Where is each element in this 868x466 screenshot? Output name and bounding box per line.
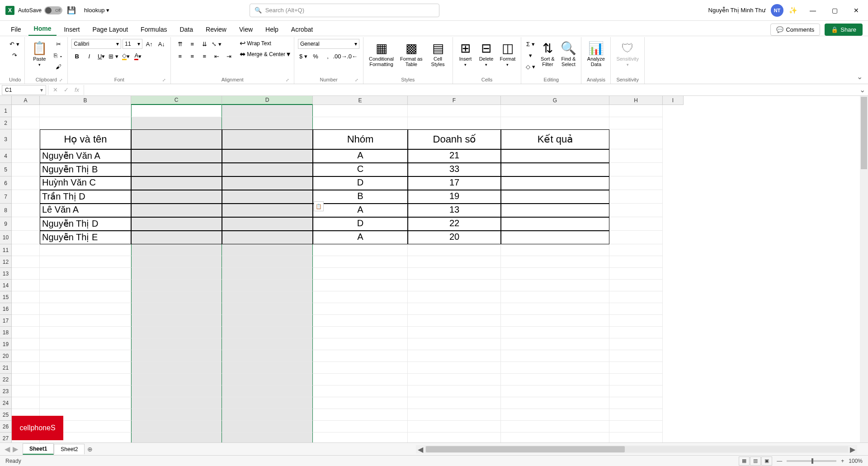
cell[interactable] — [609, 350, 663, 362]
row-header[interactable]: 24 — [0, 397, 12, 409]
cell[interactable] — [408, 105, 501, 117]
cell[interactable] — [501, 105, 609, 117]
align-middle-button[interactable]: ≡ — [187, 39, 198, 49]
cell[interactable] — [609, 397, 663, 409]
alignment-launcher-icon[interactable]: ⤢ — [286, 78, 289, 82]
font-color-button[interactable]: A ▾ — [132, 51, 143, 61]
cell[interactable] — [40, 327, 131, 338]
cell[interactable] — [609, 327, 663, 338]
cell[interactable] — [609, 190, 663, 204]
cell[interactable] — [313, 421, 408, 433]
header-result[interactable]: Kết quả — [501, 129, 609, 149]
data-cell[interactable] — [501, 190, 609, 204]
cell[interactable] — [40, 350, 131, 362]
row-header[interactable]: 4 — [0, 149, 12, 163]
cell[interactable] — [222, 362, 313, 374]
data-cell[interactable] — [131, 204, 222, 217]
tab-page-layout[interactable]: Page Layout — [87, 23, 133, 36]
cell[interactable] — [313, 338, 408, 350]
cell[interactable] — [501, 244, 609, 256]
cell[interactable] — [313, 117, 408, 129]
cell[interactable] — [12, 204, 40, 217]
decrease-font-button[interactable]: A↓ — [156, 39, 167, 49]
cell[interactable] — [131, 244, 222, 256]
enter-formula-icon[interactable]: ✓ — [61, 86, 71, 93]
row-header[interactable]: 23 — [0, 385, 12, 397]
save-icon[interactable]: 💾 — [66, 5, 77, 16]
zoom-in-button[interactable]: + — [841, 458, 844, 464]
comma-format-button[interactable]: , — [322, 51, 333, 61]
cell[interactable] — [131, 105, 222, 117]
cell[interactable] — [609, 385, 663, 397]
cell[interactable] — [313, 244, 408, 256]
cell[interactable] — [131, 315, 222, 327]
cell[interactable] — [40, 280, 131, 291]
sheet-tab-1[interactable]: Sheet1 — [23, 443, 54, 455]
col-header-h[interactable]: H — [609, 96, 663, 105]
cell[interactable] — [131, 385, 222, 397]
autosum-button[interactable]: Σ ▾ — [525, 39, 536, 49]
cell[interactable] — [12, 231, 40, 244]
col-header-b[interactable]: B — [40, 96, 131, 105]
cell[interactable] — [12, 338, 40, 350]
cell[interactable] — [40, 362, 131, 374]
cell[interactable] — [609, 256, 663, 268]
cell[interactable] — [40, 338, 131, 350]
cell[interactable] — [313, 362, 408, 374]
cell[interactable] — [222, 244, 313, 256]
data-cell[interactable]: 20 — [408, 231, 501, 244]
formula-input[interactable] — [84, 85, 856, 95]
name-box[interactable]: C1▾ — [2, 85, 46, 95]
row-header[interactable]: 5 — [0, 163, 12, 176]
copy-button[interactable]: ⎘ ▾ — [53, 50, 64, 60]
row-header[interactable]: 12 — [0, 256, 12, 268]
expand-formula-bar-icon[interactable]: ⌄ — [856, 86, 868, 94]
row-header[interactable]: 9 — [0, 217, 12, 231]
cell[interactable] — [131, 327, 222, 338]
cell[interactable] — [313, 268, 408, 280]
cell[interactable] — [609, 204, 663, 217]
data-cell[interactable]: A — [313, 204, 408, 217]
row-header[interactable]: 25 — [0, 409, 12, 421]
cell[interactable] — [40, 117, 131, 129]
delete-cells-button[interactable]: ⊟Delete▾ — [477, 39, 495, 69]
data-cell[interactable] — [222, 149, 313, 163]
cell[interactable] — [501, 338, 609, 350]
cell[interactable] — [313, 291, 408, 303]
cell[interactable] — [12, 190, 40, 204]
data-cell[interactable] — [131, 231, 222, 244]
cell[interactable] — [222, 117, 313, 129]
data-cell[interactable] — [131, 217, 222, 231]
cell[interactable] — [501, 327, 609, 338]
cell[interactable] — [40, 244, 131, 256]
cell[interactable] — [609, 291, 663, 303]
cell[interactable] — [222, 280, 313, 291]
cell[interactable] — [313, 105, 408, 117]
cell[interactable] — [40, 385, 131, 397]
data-cell[interactable]: D — [313, 217, 408, 231]
cut-button[interactable]: ✂ — [53, 39, 64, 49]
cell[interactable] — [408, 421, 501, 433]
format-cells-button[interactable]: ◫Format▾ — [498, 39, 518, 69]
insert-function-icon[interactable]: fx — [72, 86, 82, 93]
cell[interactable] — [501, 385, 609, 397]
format-painter-button[interactable]: 🖌 — [53, 62, 64, 71]
data-cell[interactable]: A — [313, 231, 408, 244]
clear-button[interactable]: ◇ ▾ — [525, 62, 536, 71]
cell[interactable] — [408, 117, 501, 129]
cell[interactable] — [131, 362, 222, 374]
data-cell[interactable]: C — [313, 163, 408, 176]
cell[interactable] — [313, 374, 408, 385]
cell[interactable] — [12, 217, 40, 231]
row-header[interactable]: 2 — [0, 117, 12, 129]
cell[interactable] — [501, 303, 609, 315]
zoom-out-button[interactable]: — — [777, 458, 782, 464]
cell[interactable] — [222, 268, 313, 280]
user-avatar[interactable]: NT — [771, 4, 783, 17]
cell[interactable] — [408, 409, 501, 421]
cell[interactable] — [12, 374, 40, 385]
underline-button[interactable]: U ▾ — [96, 51, 107, 61]
data-cell[interactable]: Lê Văn A — [40, 204, 131, 217]
cell[interactable] — [12, 105, 40, 117]
accounting-format-button[interactable]: $ ▾ — [298, 51, 309, 61]
